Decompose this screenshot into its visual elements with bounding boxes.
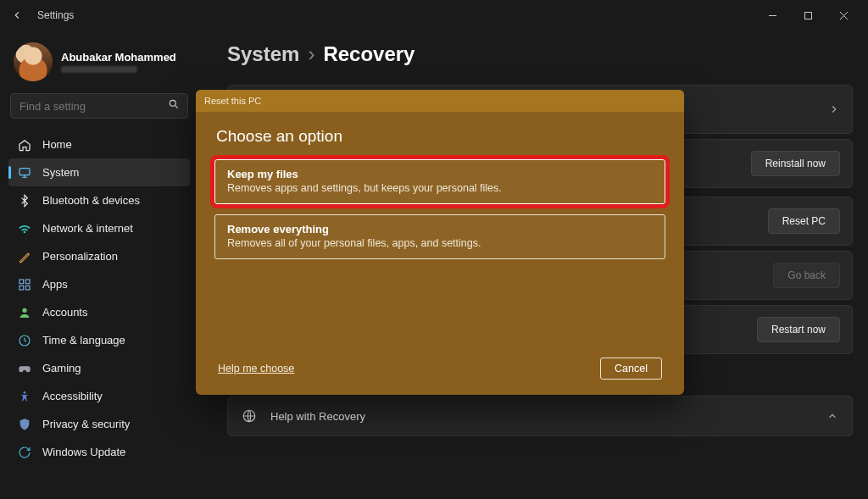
sidebar-item-bt[interactable]: Bluetooth & devices — [8, 186, 190, 214]
reset-pc-dialog: Reset this PC Choose an option Keep my f… — [196, 90, 684, 395]
svg-point-4 — [170, 100, 175, 106]
close-button[interactable] — [826, 3, 861, 27]
sidebar-item-access[interactable]: Accessibility — [8, 382, 190, 410]
breadcrumb: System › Recovery — [227, 37, 853, 85]
chevron-right-icon — [828, 103, 840, 115]
sidebar-item-label: Gaming — [42, 362, 81, 374]
svg-point-15 — [24, 391, 26, 394]
profile-email-redacted — [61, 66, 137, 73]
dialog-titlebar: Reset this PC — [196, 90, 684, 112]
avatar — [14, 42, 53, 81]
maximize-button[interactable] — [790, 3, 826, 27]
sidebar-item-net[interactable]: Network & internet — [8, 214, 190, 242]
apps-icon — [17, 277, 32, 292]
sidebar-item-label: Accounts — [42, 306, 87, 319]
sidebar-item-gaming[interactable]: Gaming — [8, 354, 190, 382]
svg-line-5 — [175, 105, 177, 108]
bt-icon — [17, 193, 32, 208]
svg-rect-6 — [19, 168, 30, 175]
option-keep-title: Keep my files — [227, 168, 653, 180]
titlebar: Settings — [0, 0, 868, 30]
dialog-caption: Reset this PC — [204, 96, 261, 106]
option-keep-desc: Removes apps and settings, but keeps you… — [227, 182, 653, 194]
sidebar-item-privacy[interactable]: Privacy & security — [8, 410, 190, 438]
help-recovery-row[interactable]: Help with Recovery — [227, 396, 853, 436]
arrow-left-icon — [11, 9, 23, 21]
search-wrap — [8, 93, 190, 127]
profile-name: Abubakar Mohammed — [61, 51, 176, 64]
home-icon — [17, 137, 32, 152]
back-button[interactable] — [7, 5, 27, 25]
reset-button[interactable]: Reset PC — [768, 208, 840, 234]
option-remove-desc: Removes all of your personal files, apps… — [227, 237, 653, 249]
sidebar-item-update[interactable]: Windows Update — [8, 438, 190, 466]
dialog-title: Choose an option — [216, 127, 665, 146]
svg-rect-9 — [19, 280, 24, 284]
sidebar-item-label: System — [42, 166, 79, 179]
svg-rect-10 — [25, 280, 30, 284]
caption-buttons — [754, 3, 861, 27]
personal-icon — [17, 249, 32, 264]
search-icon — [168, 98, 180, 110]
update-icon — [17, 445, 32, 460]
sidebar-item-label: Time & language — [42, 334, 125, 347]
accounts-icon — [17, 305, 32, 320]
access-icon — [17, 389, 32, 404]
sidebar-item-label: Accessibility — [42, 390, 103, 402]
sidebar-item-label: Personalization — [42, 250, 118, 263]
net-icon — [17, 221, 32, 236]
reinstall-button[interactable]: Reinstall now — [751, 151, 840, 176]
option-remove-everything[interactable]: Remove everything Removes all of your pe… — [214, 214, 665, 259]
breadcrumb-parent[interactable]: System — [227, 42, 299, 66]
window-title: Settings — [37, 9, 74, 21]
restart-button[interactable]: Restart now — [757, 317, 840, 342]
sidebar-item-label: Bluetooth & devices — [42, 194, 140, 207]
sidebar: Abubakar Mohammed HomeSystemBluetooth & … — [0, 30, 195, 499]
system-icon — [17, 165, 32, 180]
cancel-button[interactable]: Cancel — [600, 358, 662, 380]
svg-rect-12 — [25, 286, 30, 290]
nav: HomeSystemBluetooth & devicesNetwork & i… — [8, 130, 190, 466]
gaming-icon — [17, 361, 32, 376]
chevron-up-icon — [826, 410, 838, 422]
search-input[interactable] — [10, 93, 188, 119]
sidebar-item-apps[interactable]: Apps — [8, 270, 190, 298]
breadcrumb-separator: › — [308, 42, 314, 66]
help-me-choose-link[interactable]: Help me choose — [218, 363, 294, 374]
sidebar-item-label: Apps — [42, 278, 68, 291]
sidebar-item-label: Home — [42, 138, 72, 151]
globe-icon — [242, 408, 257, 424]
sidebar-item-time[interactable]: Time & language — [8, 326, 190, 354]
sidebar-item-label: Privacy & security — [42, 418, 130, 430]
option-remove-title: Remove everything — [227, 223, 653, 236]
breadcrumb-current: Recovery — [323, 42, 415, 66]
sidebar-item-personal[interactable]: Personalization — [8, 242, 190, 270]
svg-point-13 — [22, 308, 26, 312]
sidebar-item-label: Windows Update — [42, 446, 125, 458]
sidebar-item-system[interactable]: System — [8, 158, 190, 186]
svg-rect-11 — [19, 286, 24, 290]
sidebar-item-label: Network & internet — [42, 222, 133, 235]
privacy-icon — [17, 417, 32, 432]
goback-button: Go back — [773, 263, 840, 288]
help-recovery-label: Help with Recovery — [270, 410, 365, 423]
sidebar-item-home[interactable]: Home — [8, 130, 190, 158]
profile-block[interactable]: Abubakar Mohammed — [8, 36, 190, 93]
svg-rect-1 — [804, 12, 811, 19]
option-keep-my-files[interactable]: Keep my files Removes apps and settings,… — [214, 159, 665, 204]
minimize-button[interactable] — [754, 3, 790, 27]
sidebar-item-accounts[interactable]: Accounts — [8, 298, 190, 326]
time-icon — [17, 333, 32, 348]
